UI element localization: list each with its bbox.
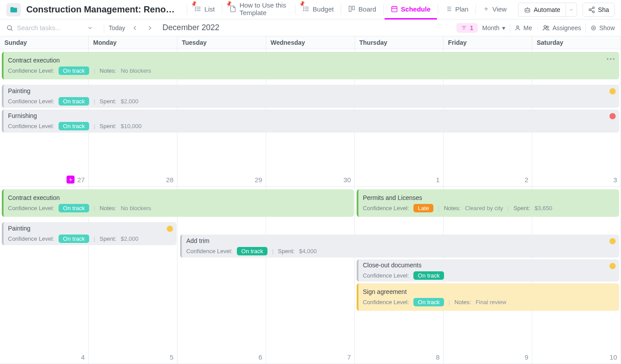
confidence-label: Confidence Level: [8, 67, 54, 74]
task-bar-sign-agreement[interactable]: Sign agreement Confidence Level: On trac… [357, 283, 619, 311]
spent-label: Spent: [278, 248, 295, 254]
date-number: 2 [525, 176, 528, 184]
add-task-button[interactable]: + [67, 176, 75, 184]
date-number: 27 [77, 176, 85, 184]
status-pill: On track [413, 271, 444, 280]
task-bar-painting[interactable]: Painting Confidence Level: On track | Sp… [2, 85, 619, 108]
tab-plan[interactable]: Plan [439, 0, 475, 20]
week-row: 4 5 6 7 8 9 10 Contract execution Confid… [0, 187, 621, 364]
tab-label: Schedule [401, 5, 431, 13]
calendar-icon [391, 5, 398, 12]
robot-icon [524, 6, 531, 13]
search-icon [6, 24, 13, 31]
day-header: Sunday [0, 36, 89, 49]
spent-label: Spent: [100, 235, 117, 242]
status-pill: On track [59, 204, 89, 212]
task-bar-add-trim[interactable]: Add trim Confidence Level: On track | Sp… [180, 235, 619, 258]
svg-rect-12 [349, 6, 351, 12]
chevron-down-icon [569, 7, 574, 12]
status-pill: On track [59, 235, 89, 243]
spent-value: $3,650 [535, 205, 552, 211]
tab-list[interactable]: 📌 List [188, 0, 221, 20]
scale-selector[interactable]: Month ▾ [482, 24, 505, 31]
task-bar-furnishing[interactable]: Furnishing Confidence Level: On track | … [2, 110, 619, 133]
task-bar-closeout[interactable]: Close-out documents Confidence Level: On… [357, 259, 619, 282]
svg-point-32 [8, 25, 12, 29]
svg-point-28 [589, 9, 591, 11]
filter-count-pill[interactable]: 1 [456, 23, 478, 33]
task-title: Permits and Licenses [363, 194, 615, 201]
add-view-button[interactable]: View [477, 0, 513, 20]
view-tabs: 📌 List 📌 How to Use this Template 📌 Budg… [186, 0, 513, 20]
calendar-toolbar: Today December 2022 1 Month ▾ Me · Assig… [0, 20, 621, 36]
tab-budget[interactable]: 📌 Budget [296, 0, 340, 20]
show-label: Show [599, 24, 615, 31]
spent-label: Spent: [514, 205, 531, 211]
date-number: 10 [609, 353, 617, 361]
tab-board[interactable]: Board [342, 0, 382, 20]
status-pill: On track [237, 247, 267, 255]
prev-month-button[interactable] [130, 23, 140, 33]
automate-dropdown[interactable] [566, 3, 577, 17]
notes-label: Notes: [455, 299, 472, 305]
board-icon [348, 5, 355, 12]
more-icon[interactable]: ••• [606, 55, 616, 63]
svg-line-30 [591, 8, 593, 9]
automate-button[interactable]: Automate [518, 3, 566, 17]
svg-point-9 [303, 7, 304, 7]
task-title: Contract execution [8, 57, 615, 64]
task-bar-painting[interactable]: Painting Confidence Level: On track | Sp… [2, 222, 177, 245]
search-dropdown[interactable] [87, 25, 93, 31]
status-pill: Late [413, 204, 433, 212]
day-header: Tuesday [177, 36, 266, 49]
status-pill: On track [59, 97, 89, 106]
caret-down-icon: ▾ [502, 24, 505, 31]
date-number: 7 [347, 353, 351, 361]
date-number: 5 [170, 353, 173, 361]
svg-rect-13 [352, 6, 354, 10]
search-input[interactable] [17, 24, 83, 31]
status-dot-icon [167, 226, 173, 232]
task-bar-permits[interactable]: Permits and Licenses Confidence Level: L… [357, 189, 619, 217]
day-header: Thursday [355, 36, 444, 49]
confidence-label: Confidence Level: [8, 123, 54, 129]
date-number: 6 [259, 353, 262, 361]
notes-label: Notes: [100, 67, 117, 74]
notes-value: Final review [476, 299, 506, 305]
page-title[interactable]: Construction Management: Renovatio... [26, 4, 177, 15]
week-row: + 27 28 29 30 1 2 3 Contract execution C… [0, 49, 621, 187]
status-dot-icon [609, 263, 616, 269]
today-button[interactable]: Today [109, 24, 125, 31]
task-bar-contract-execution[interactable]: Contract execution Confidence Level: On … [2, 52, 619, 79]
spent-value: $2,000 [121, 98, 138, 105]
user-icon [515, 25, 521, 31]
day-header: Wednesday [266, 36, 355, 49]
me-filter-button[interactable]: Me [515, 24, 532, 31]
show-button[interactable]: Show [590, 24, 615, 31]
svg-point-39 [547, 26, 549, 28]
tab-how-to-use[interactable]: 📌 How to Use this Template [223, 0, 294, 20]
tab-label: Board [358, 5, 376, 13]
svg-point-3 [195, 7, 196, 7]
folder-icon[interactable] [6, 3, 21, 16]
filter-count: 1 [470, 24, 473, 31]
task-title: Close-out documents [363, 262, 615, 269]
date-number: 28 [166, 176, 173, 184]
day-header: Saturday [532, 36, 621, 49]
svg-rect-14 [392, 7, 397, 12]
next-month-button[interactable] [145, 23, 155, 33]
day-header: Friday [444, 36, 532, 49]
svg-point-5 [195, 10, 196, 11]
filter-icon [461, 25, 467, 31]
confidence-label: Confidence Level: [186, 248, 232, 254]
task-bar-contract-execution[interactable]: Contract execution Confidence Level: On … [2, 189, 354, 217]
share-button[interactable]: Sha [582, 3, 615, 17]
assignees-button[interactable]: Assignees [542, 24, 581, 31]
date-number: 30 [343, 176, 351, 184]
users-icon [542, 24, 550, 31]
spent-value: $4,000 [299, 248, 317, 254]
tab-schedule[interactable]: Schedule [385, 0, 437, 20]
tab-label: How to Use this Template [240, 1, 288, 16]
date-number: 4 [81, 353, 85, 361]
status-dot-icon [609, 113, 616, 119]
